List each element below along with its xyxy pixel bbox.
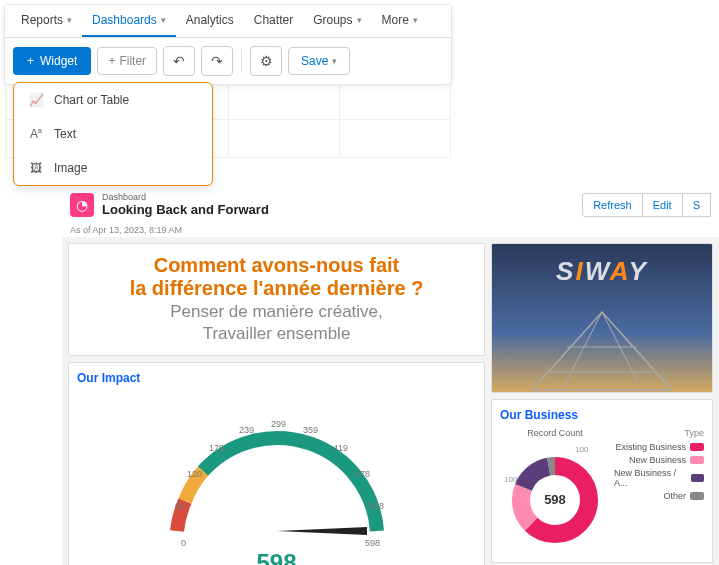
tab-reports[interactable]: Reports▾ [11, 5, 82, 37]
menu-label: Chart or Table [54, 93, 129, 107]
menu-item-image[interactable]: 🖼 Image [14, 151, 212, 185]
hero-text-widget: Comment avons-nous fait la différence l'… [68, 243, 485, 356]
svg-text:100: 100 [575, 445, 589, 454]
logo-accent: A [610, 256, 629, 286]
svg-text:359: 359 [303, 425, 318, 435]
chevron-down-icon: ▾ [413, 15, 418, 25]
swatch [690, 456, 704, 464]
settings-button[interactable]: ⚙ [250, 46, 282, 76]
tab-label: Chatter [254, 13, 293, 27]
donut-wrap: Record Count 100 100 598 [500, 428, 704, 554]
toolbar: + Widget + Filter ↶ ↷ ⚙ Save ▾ 📈 Chart o… [5, 38, 451, 84]
legend-item: Existing Business [614, 442, 704, 452]
legend-item: New Business / A... [614, 468, 704, 488]
svg-marker-0 [277, 527, 367, 535]
save-button[interactable]: Save ▾ [288, 47, 350, 75]
dashboard-body: Comment avons-nous fait la différence l'… [62, 237, 719, 565]
as-of-date: As of Apr 13, 2023, 8:19 AM [62, 223, 719, 237]
undo-button[interactable]: ↶ [163, 46, 195, 76]
gauge-svg: 0 60 120 179 239 299 359 419 478 538 598 [137, 391, 417, 561]
redo-icon: ↷ [211, 53, 223, 69]
svg-text:598: 598 [365, 538, 380, 548]
builder-panel: Reports▾ Dashboards▾ Analytics Chatter G… [4, 4, 452, 85]
text-icon: Aa [28, 127, 44, 141]
redo-button[interactable]: ↷ [201, 46, 233, 76]
donut-center-value: 598 [544, 492, 566, 507]
gauge-value: 598 [256, 549, 296, 565]
svg-marker-12 [532, 312, 672, 390]
widget-title: Our Business [500, 408, 704, 422]
hero-line1: Comment avons-nous fait [79, 254, 474, 277]
image-icon: 🖼 [28, 161, 44, 175]
widget-dropdown: 📈 Chart or Table Aa Text 🖼 Image [13, 82, 213, 186]
legend-item: New Business [614, 455, 704, 465]
tab-analytics[interactable]: Analytics [176, 5, 244, 37]
svg-text:478: 478 [355, 469, 370, 479]
record-count-label: Record Count [500, 428, 610, 438]
donut-chart: 100 100 598 [500, 440, 610, 550]
dashboard-icon: ◔ [70, 193, 94, 217]
chevron-down-icon: ▾ [357, 15, 362, 25]
legend-label: New Business [629, 455, 686, 465]
hero-sub1: Penser de manière créative, [79, 302, 474, 322]
svg-text:60: 60 [175, 501, 185, 511]
swatch [690, 492, 704, 500]
chevron-down-icon: ▾ [332, 56, 337, 66]
swatch [690, 443, 704, 451]
chevron-down-icon: ▾ [67, 15, 72, 25]
button-label: Filter [119, 54, 146, 68]
svg-text:120: 120 [187, 469, 202, 479]
logo-accent: I [575, 256, 584, 286]
hero-line2: la différence l'année dernière ? [79, 277, 474, 300]
widget-title: Our Impact [77, 371, 476, 385]
left-column: Comment avons-nous fait la différence l'… [68, 243, 485, 565]
undo-icon: ↶ [173, 53, 185, 69]
tab-label: Groups [313, 13, 352, 27]
business-widget: Our Business Record Count 100 100 598 [491, 399, 713, 563]
button-label: Save [301, 54, 328, 68]
nav-tabs: Reports▾ Dashboards▾ Analytics Chatter G… [5, 5, 451, 38]
edit-button[interactable]: Edit [643, 193, 683, 217]
legend-label: New Business / A... [614, 468, 687, 488]
kicker: Dashboard [102, 192, 582, 202]
legend: Type Existing Business New Business New … [614, 428, 704, 554]
tab-label: Analytics [186, 13, 234, 27]
legend-label: Existing Business [615, 442, 686, 452]
menu-label: Text [54, 127, 76, 141]
dashboard-actions: Refresh Edit S [582, 193, 711, 217]
tab-label: Reports [21, 13, 63, 27]
svg-text:419: 419 [333, 443, 348, 453]
swatch [691, 474, 704, 482]
pyramid-icon [522, 302, 682, 392]
menu-item-chart[interactable]: 📈 Chart or Table [14, 83, 212, 117]
tab-groups[interactable]: Groups▾ [303, 5, 371, 37]
svg-text:299: 299 [271, 419, 286, 429]
plus-icon: + [27, 54, 34, 68]
dashboard-header: ◔ Dashboard Looking Back and Forward Ref… [62, 186, 719, 223]
tab-chatter[interactable]: Chatter [244, 5, 303, 37]
svg-text:239: 239 [239, 425, 254, 435]
image-widget: SIWAY [491, 243, 713, 393]
more-button[interactable]: S [683, 193, 711, 217]
tab-dashboards[interactable]: Dashboards▾ [82, 5, 176, 37]
refresh-button[interactable]: Refresh [582, 193, 643, 217]
tab-label: More [382, 13, 409, 27]
legend-label: Other [663, 491, 686, 501]
divider [241, 49, 242, 73]
gear-icon: ⚙ [260, 53, 273, 69]
chevron-down-icon: ▾ [161, 15, 166, 25]
add-widget-button[interactable]: + Widget [13, 47, 91, 75]
menu-label: Image [54, 161, 87, 175]
tab-more[interactable]: More▾ [372, 5, 428, 37]
siway-logo: SIWAY [556, 256, 648, 287]
button-label: Widget [40, 54, 77, 68]
plus-icon: + [108, 54, 115, 68]
dashboard-preview: ◔ Dashboard Looking Back and Forward Ref… [62, 186, 719, 565]
gauge-chart: 0 60 120 179 239 299 359 419 478 538 598… [137, 391, 417, 565]
hero-sub2: Travailler ensemble [79, 324, 474, 344]
menu-item-text[interactable]: Aa Text [14, 117, 212, 151]
tab-label: Dashboards [92, 13, 157, 27]
add-filter-button[interactable]: + Filter [97, 47, 157, 75]
svg-text:538: 538 [369, 501, 384, 511]
legend-title: Type [614, 428, 704, 438]
